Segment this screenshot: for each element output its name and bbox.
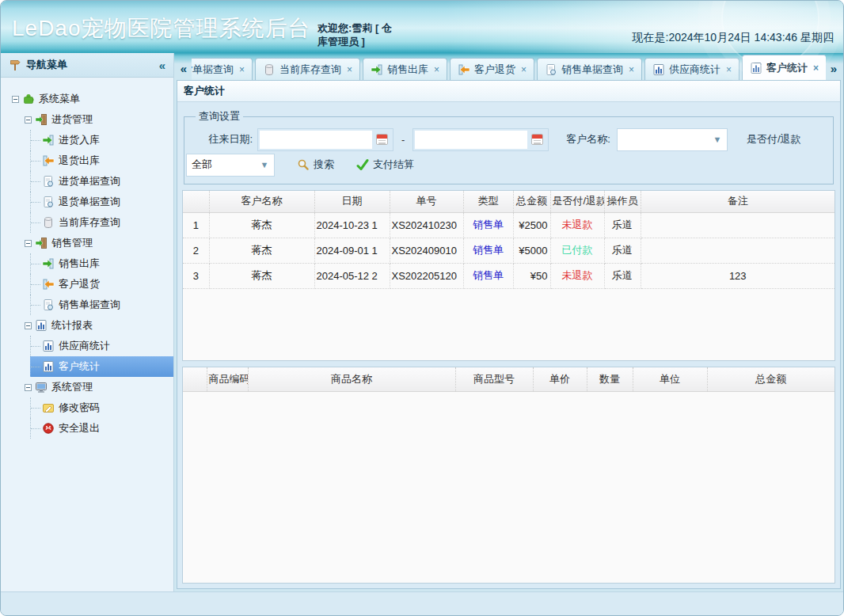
tab-close-icon[interactable]: × — [521, 64, 527, 75]
tabs-viewport: 退货单据查询 × 当前库存查询 × 销售出库 × — [192, 55, 826, 80]
sidebar-item-return-order-query[interactable]: 退货单据查询 — [30, 192, 173, 212]
sidebar-item-system-menu[interactable]: 系统菜单 — [1, 89, 173, 109]
signpost-icon — [9, 59, 21, 71]
door-in-icon — [35, 237, 48, 249]
tab-close-icon[interactable]: × — [347, 64, 352, 75]
col-unit[interactable]: 单位 — [633, 367, 707, 391]
database-icon — [42, 216, 55, 229]
sidebar-collapse-button[interactable]: « — [159, 59, 165, 72]
settle-payment-button[interactable]: 支付结算 — [356, 158, 414, 172]
tab-current-stock-query[interactable]: 当前库存查询 × — [255, 58, 360, 80]
col-order-no[interactable]: 单号 — [390, 191, 463, 212]
sidebar-item-safe-logout[interactable]: 安全退出 — [30, 418, 173, 439]
sidebar-item-sales-order-query[interactable]: 销售单据查询 — [30, 295, 173, 315]
collapse-minus-icon[interactable] — [12, 96, 19, 103]
navigation-tree: 系统菜单 进货管理 进货入库 退货出库 进货单据查询 — [1, 78, 173, 439]
tab-sales-order-query[interactable]: 销售单据查询 × — [537, 58, 642, 80]
bar-chart-icon — [42, 360, 55, 373]
status-bar — [1, 591, 843, 615]
date-to-field — [412, 128, 549, 151]
chevron-down-icon: ▼ — [708, 129, 727, 150]
table-row[interactable]: 2 蒋杰 2024-09-01 1 XS202409010 销售单 ¥5000 … — [183, 238, 834, 263]
collapse-minus-icon[interactable] — [25, 240, 32, 247]
date-from-input[interactable] — [260, 131, 372, 149]
sidebar-item-purchase-inbound[interactable]: 进货入库 — [30, 130, 173, 150]
arrow-in-icon — [371, 63, 383, 76]
main-area: « 退货单据查询 × 当前库存查询 × 销售出库 — [174, 53, 843, 591]
col-quantity[interactable]: 数量 — [587, 367, 633, 391]
customer-name-select[interactable]: ▼ — [617, 128, 728, 151]
order-detail-table: 商品编码 商品名称 商品型号 单价 数量 单位 总金额 — [182, 367, 835, 584]
sidebar-item-change-password[interactable]: 修改密码 — [30, 397, 173, 418]
sidebar-item-sales-outbound[interactable]: 销售出库 — [30, 253, 173, 274]
tab-return-order-query[interactable]: 退货单据查询 × — [192, 58, 253, 80]
paid-refund-label: 是否付/退款 — [747, 132, 801, 146]
sidebar-header: 导航菜单 « — [1, 53, 173, 78]
col-note[interactable]: 备注 — [641, 191, 834, 212]
date-to-input[interactable] — [415, 131, 527, 149]
sidebar-item-statistics-reports[interactable]: 统计报表 — [1, 315, 173, 336]
app-window: LeDao宠物医院管理系统后台 欢迎您:雪莉 [ 仓 库管理员 ] 现在是:20… — [0, 0, 844, 616]
sidebar-item-customer-return[interactable]: 客户退货 — [30, 274, 173, 295]
calendar-icon[interactable] — [527, 131, 546, 149]
col-date[interactable]: 日期 — [314, 191, 390, 212]
col-customer-name[interactable]: 客户名称 — [209, 191, 314, 212]
col-unit-price[interactable]: 单价 — [533, 367, 587, 391]
customer-name-label: 客户名称: — [566, 132, 610, 146]
collapse-minus-icon[interactable] — [25, 322, 32, 329]
calendar-icon[interactable] — [372, 131, 391, 149]
database-icon — [263, 63, 276, 76]
col-product-name[interactable]: 商品名称 — [248, 367, 455, 391]
status-badge: 未退款 — [550, 263, 604, 288]
sidebar-item-system-mgmt[interactable]: 系统管理 — [1, 377, 173, 397]
collapse-minus-icon[interactable] — [25, 384, 32, 391]
door-in-icon — [35, 113, 48, 126]
collapse-minus-icon[interactable] — [25, 116, 32, 124]
paid-status-select[interactable]: 全部 ▼ — [186, 154, 275, 177]
col-total-amount[interactable]: 总金额 — [513, 191, 550, 212]
col-product-code[interactable]: 商品编码 — [207, 367, 248, 391]
tabs-scroll-right-button[interactable]: » — [826, 62, 842, 80]
welcome-line1: 欢迎您:雪莉 [ 仓 — [317, 21, 420, 35]
app-header: LeDao宠物医院管理系统后台 欢迎您:雪莉 [ 仓 库管理员 ] 现在是:20… — [1, 1, 843, 53]
tab-close-icon[interactable]: × — [434, 64, 439, 75]
col-type[interactable]: 类型 — [463, 191, 513, 212]
logout-icon — [42, 422, 55, 435]
table-row[interactable]: 3 蒋杰 2024-05-12 2 XS202205120 销售单 ¥50 未退… — [183, 263, 834, 288]
table-header-row: 客户名称 日期 单号 类型 总金额 是否付/退款 操作员 备注 — [183, 191, 834, 212]
sidebar-item-purchase-order-query[interactable]: 进货单据查询 — [30, 171, 173, 192]
date-from-field — [257, 128, 393, 151]
query-settings-legend: 查询设置 — [196, 109, 243, 124]
col-row-number[interactable] — [183, 191, 209, 212]
sidebar-item-current-stock-query[interactable]: 当前库存查询 — [30, 212, 173, 233]
sidebar-item-return-outbound[interactable]: 退货出库 — [30, 150, 173, 171]
doc-search-icon — [42, 196, 55, 208]
tab-close-icon[interactable]: × — [239, 64, 245, 75]
date-range-label: 往来日期: — [191, 132, 253, 146]
check-icon — [356, 158, 369, 171]
tabs-scroll-left-button[interactable]: « — [176, 62, 192, 80]
tab-close-icon[interactable]: × — [813, 63, 819, 74]
welcome-line2: 库管理员 ] — [317, 35, 420, 48]
tab-close-icon[interactable]: × — [726, 64, 732, 75]
col-row-number[interactable] — [183, 367, 207, 391]
sidebar-item-supplier-statistics[interactable]: 供应商统计 — [30, 336, 173, 356]
query-settings-group: 查询设置 往来日期: - 客户名称 — [184, 109, 834, 184]
welcome-text: 欢迎您:雪莉 [ 仓 库管理员 ] — [317, 21, 420, 48]
col-product-model[interactable]: 商品型号 — [455, 367, 533, 391]
tab-close-icon[interactable]: × — [629, 64, 634, 75]
search-button[interactable]: 搜索 — [297, 158, 334, 172]
table-row[interactable]: 1 蒋杰 2024-10-23 1 XS202410230 销售单 ¥2500 … — [183, 212, 834, 238]
sidebar-item-customer-statistics[interactable]: 客户统计 — [30, 356, 173, 377]
sidebar-item-sales-mgmt[interactable]: 销售管理 — [1, 233, 173, 253]
tab-sales-outbound[interactable]: 销售出库 × — [363, 58, 447, 80]
customer-statistics-panel: 客户统计 查询设置 往来日期: - — [177, 80, 841, 589]
tab-customer-return[interactable]: 客户退货 × — [450, 58, 534, 80]
col-operator[interactable]: 操作员 — [604, 191, 641, 212]
customer-statistics-table: 客户名称 日期 单号 类型 总金额 是否付/退款 操作员 备注 — [182, 190, 835, 361]
col-paid-status[interactable]: 是否付/退款 — [550, 191, 604, 212]
col-total-amount[interactable]: 总金额 — [707, 367, 834, 391]
tab-supplier-statistics[interactable]: 供应商统计 × — [644, 58, 739, 80]
sidebar-item-purchase-mgmt[interactable]: 进货管理 — [1, 109, 173, 130]
monitor-icon — [35, 381, 48, 394]
